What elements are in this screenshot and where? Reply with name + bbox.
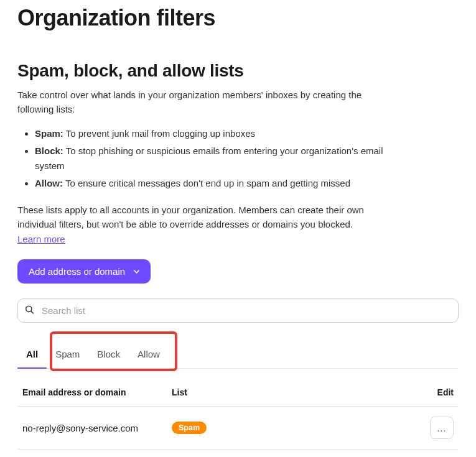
search-wrap	[17, 298, 459, 323]
row-address: no-reply@sony-service.com	[17, 407, 167, 450]
col-list: List	[167, 379, 415, 407]
def-term: Spam:	[35, 128, 63, 139]
page-title: Organization filters	[17, 5, 459, 31]
tab-allow[interactable]: Allow	[129, 340, 169, 368]
def-desc: To ensure critical messages don't end up…	[63, 178, 350, 188]
search-input[interactable]	[17, 298, 459, 323]
table-row: no-reply@sony-service.com Spam ...	[17, 407, 459, 450]
learn-more-link[interactable]: Learn more	[17, 234, 65, 244]
search-icon	[25, 305, 34, 316]
apply-text: These lists apply to all accounts in you…	[17, 203, 378, 231]
filter-table: Email address or domain List Edit no-rep…	[17, 379, 459, 457]
row-more-button[interactable]: ...	[430, 417, 454, 439]
table-row: no-reply@namecheap.com Allow ...	[17, 450, 459, 458]
chevron-down-icon	[134, 270, 139, 274]
col-address: Email address or domain	[17, 379, 167, 407]
add-address-button[interactable]: Add address or domain	[17, 259, 151, 284]
tab-block[interactable]: Block	[88, 340, 129, 368]
def-desc: To stop phishing or suspicious emails fr…	[35, 145, 383, 171]
list-badge-spam: Spam	[172, 422, 207, 434]
tab-all[interactable]: All	[17, 340, 47, 368]
def-allow: Allow: To ensure critical messages don't…	[35, 176, 396, 191]
svg-line-1	[31, 311, 34, 313]
def-desc: To prevent junk mail from clogging up in…	[63, 128, 255, 139]
tabs-row: All Spam Block Allow	[17, 340, 459, 369]
def-term: Allow:	[35, 178, 63, 188]
tab-spam[interactable]: Spam	[47, 340, 88, 368]
col-edit: Edit	[415, 379, 459, 407]
row-list: Allow	[167, 450, 415, 458]
intro-text: Take control over what lands in your org…	[17, 88, 391, 116]
row-list: Spam	[167, 407, 415, 450]
definitions-list: Spam: To prevent junk mail from clogging…	[17, 126, 459, 191]
add-address-label: Add address or domain	[29, 266, 125, 277]
def-term: Block:	[35, 145, 63, 156]
section-title: Spam, block, and allow lists	[17, 61, 459, 81]
def-block: Block: To stop phishing or suspicious em…	[35, 144, 396, 173]
def-spam: Spam: To prevent junk mail from clogging…	[35, 126, 396, 141]
row-address: no-reply@namecheap.com	[17, 450, 167, 458]
